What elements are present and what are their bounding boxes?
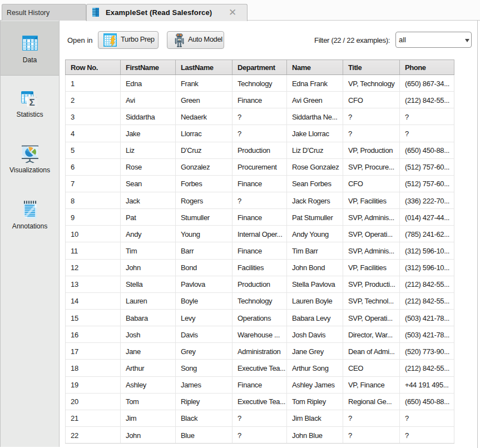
svg-text:Σ: Σ [29,97,35,107]
